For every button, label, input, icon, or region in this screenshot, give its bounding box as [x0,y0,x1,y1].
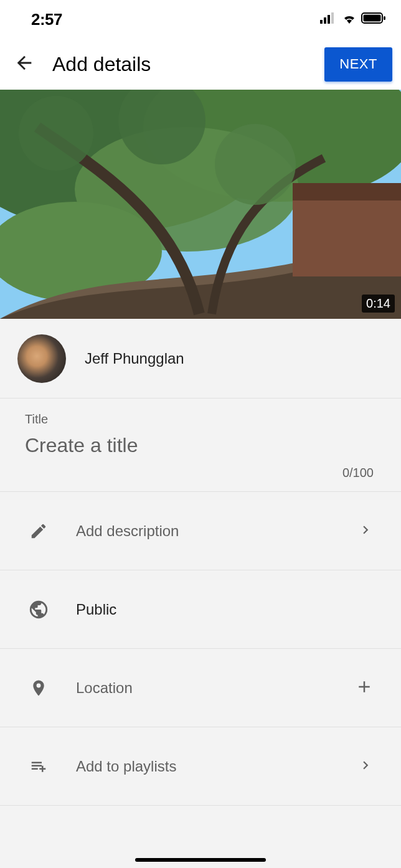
chevron-right-icon [357,522,374,540]
svg-rect-5 [364,15,381,22]
wifi-icon [341,12,357,26]
location-pin-icon [27,676,50,700]
location-row[interactable]: Location [0,649,401,727]
cellular-icon [320,12,337,26]
header-bar: Add details NEXT [0,39,401,90]
svg-rect-0 [320,20,323,24]
video-thumbnail[interactable]: 0:14 [0,90,401,319]
title-char-counter: 0/100 [25,466,376,480]
svg-point-16 [215,124,296,205]
status-time: 2:57 [31,10,62,29]
video-duration-badge: 0:14 [362,295,395,313]
user-name: Jeff Phungglan [85,350,184,367]
visibility-label: Public [76,601,374,618]
avatar [17,334,66,383]
playlist-add-icon [27,757,50,776]
status-icons [320,12,386,26]
add-description-row[interactable]: Add description [0,492,401,570]
add-to-playlists-row[interactable]: Add to playlists [0,727,401,806]
pencil-icon [27,522,50,540]
next-button[interactable]: NEXT [324,47,392,82]
svg-rect-2 [328,15,330,24]
playlists-label: Add to playlists [76,758,357,775]
location-label: Location [76,679,355,697]
svg-rect-1 [324,17,326,24]
svg-rect-3 [331,12,334,24]
home-indicator[interactable] [135,858,266,862]
visibility-row[interactable]: Public [0,570,401,649]
add-description-label: Add description [76,522,357,540]
title-field-label: Title [25,412,376,427]
svg-point-14 [19,96,93,171]
battery-icon [361,12,386,26]
plus-icon[interactable] [355,677,374,699]
svg-rect-6 [384,16,385,20]
title-input[interactable] [25,434,376,457]
title-section: Title 0/100 [0,399,401,492]
back-arrow-icon[interactable] [14,52,35,76]
chevron-right-icon [357,757,374,776]
status-bar: 2:57 [0,0,401,39]
user-row: Jeff Phungglan [0,319,401,399]
page-title: Add details [52,53,151,76]
globe-icon [27,599,50,620]
svg-rect-13 [293,183,401,200]
